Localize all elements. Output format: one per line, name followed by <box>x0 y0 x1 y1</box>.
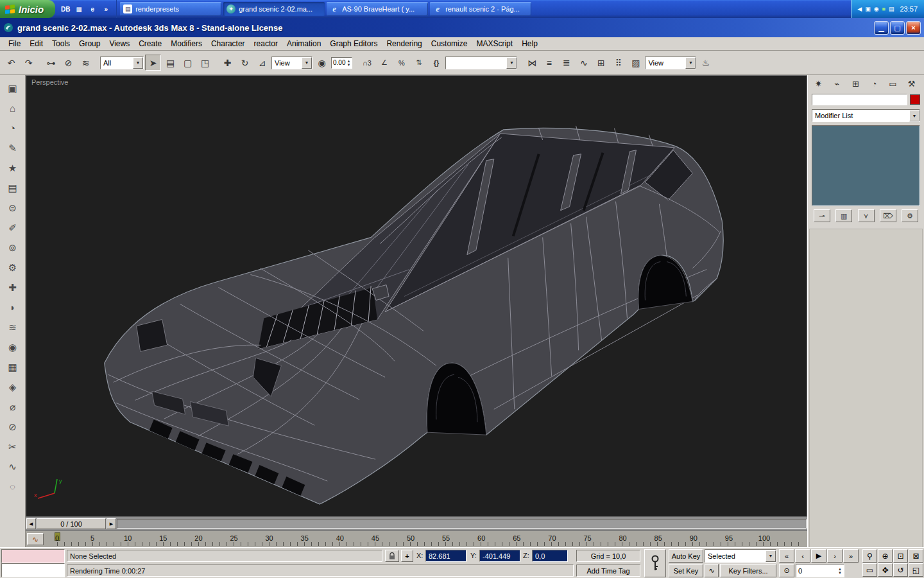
left-tool-icon-07[interactable]: ⊜ <box>4 200 22 216</box>
object-color-swatch[interactable] <box>910 94 920 105</box>
unlink-selection-button[interactable]: ⊘ <box>60 55 76 71</box>
edit-named-selection-sets-button[interactable]: {} <box>428 55 444 71</box>
perspective-viewport[interactable]: Perspective <box>26 75 807 517</box>
tray-display-icon[interactable]: ▣ <box>865 6 871 12</box>
left-tool-icon-09[interactable]: ⊚ <box>4 240 22 256</box>
time-slider-track[interactable] <box>117 519 807 529</box>
minimize-button[interactable]: ▁ <box>874 21 889 35</box>
modifier-stack-list[interactable] <box>812 125 920 206</box>
chevron-down-icon[interactable] <box>506 57 517 69</box>
chevron-down-icon[interactable] <box>909 110 920 121</box>
remove-modifier-button[interactable]: ⌦ <box>880 209 896 222</box>
region-zoom-button[interactable]: ▭ <box>862 563 877 577</box>
menu-item[interactable]: Rendering <box>382 38 426 49</box>
left-tool-icon-10[interactable]: ⚙ <box>4 259 22 276</box>
configure-modifier-sets-button[interactable]: ⚙ <box>902 209 918 222</box>
go-to-end-button[interactable]: » <box>843 549 859 563</box>
auto-key-button[interactable]: Auto Key <box>669 549 703 563</box>
open-mini-curve-editor-button[interactable]: ∿ <box>27 533 44 545</box>
tab-motion[interactable]: ◔ <box>866 76 883 91</box>
left-tool-icon-04[interactable]: ✎ <box>4 140 22 156</box>
tab-hierarchy[interactable]: ⊞ <box>847 76 864 91</box>
track-ruler[interactable]: ∿ 05101520253035404550556065707580859095… <box>26 530 807 547</box>
go-to-start-button[interactable]: « <box>779 549 794 563</box>
zoom-all-button[interactable]: ⊕ <box>878 549 893 563</box>
left-tool-icon-19[interactable]: ✂ <box>4 439 22 455</box>
tray-antivirus-icon[interactable]: ■ <box>882 6 886 12</box>
current-frame-field[interactable]: 0 <box>796 564 844 577</box>
tab-display[interactable]: ▭ <box>884 76 902 91</box>
left-tool-icon-06[interactable]: ▤ <box>4 180 22 196</box>
chevron-down-icon[interactable] <box>302 57 312 69</box>
tray-update-icon[interactable]: ◉ <box>874 6 879 12</box>
key-mode-toggle-button[interactable]: ⊙ <box>779 564 794 577</box>
chevron-down-icon[interactable] <box>766 550 776 562</box>
tray-collapse-icon[interactable]: ◀ <box>857 6 862 12</box>
y-coordinate-field[interactable]: -401.449 <box>479 550 520 562</box>
next-frame-arrow[interactable] <box>107 518 116 529</box>
show-end-result-button[interactable]: ▥ <box>835 209 852 222</box>
quicklaunch-overflow-chevron[interactable]: » <box>100 3 112 15</box>
quick-render-button[interactable]: ♨ <box>697 55 714 71</box>
min-max-toggle-button[interactable]: ◱ <box>909 563 923 577</box>
select-by-name-button[interactable]: ▤ <box>162 55 178 71</box>
left-tool-icon-02[interactable]: ⌂ <box>4 100 22 116</box>
menu-item[interactable]: Edit <box>25 38 47 49</box>
menu-item[interactable]: Animation <box>282 38 325 49</box>
selection-lock-toggle[interactable] <box>385 550 399 562</box>
previous-frame-arrow[interactable] <box>26 518 36 529</box>
play-animation-button[interactable]: ▶ <box>811 549 826 563</box>
zoom-button[interactable]: ⚲ <box>862 549 877 563</box>
maxscript-mini-listener[interactable] <box>1 549 65 577</box>
key-filter-curve-button[interactable]: ∿ <box>705 564 719 577</box>
taskbar-window-button[interactable]: e renault scenic 2 - Pág... <box>430 2 531 16</box>
select-and-link-button[interactable]: ⊶ <box>43 55 59 71</box>
tray-network-icon[interactable]: ▤ <box>889 6 894 12</box>
undo-button[interactable]: ↶ <box>3 55 19 71</box>
left-tool-icon-08[interactable]: ✐ <box>4 220 22 236</box>
select-and-scale-button[interactable]: ⊿ <box>254 55 270 71</box>
layer-manager-button[interactable]: ≣ <box>558 55 574 71</box>
tab-create[interactable]: ✷ <box>810 76 827 91</box>
menu-item[interactable]: Group <box>74 38 105 49</box>
menu-item[interactable]: Character <box>207 38 250 49</box>
menu-item[interactable]: Help <box>517 38 542 49</box>
left-tool-icon-16[interactable]: ◈ <box>4 379 22 395</box>
render-type-combo[interactable]: View <box>645 57 696 69</box>
curve-editor-button[interactable]: ∿ <box>576 55 592 71</box>
modifier-list-combo[interactable]: Modifier List <box>812 109 920 122</box>
left-tool-icon-21[interactable]: ◌ <box>4 478 22 495</box>
left-tool-icon-13[interactable]: ≋ <box>4 319 22 335</box>
chevron-down-icon[interactable] <box>685 57 696 69</box>
tab-utilities[interactable]: ⚒ <box>903 76 920 91</box>
named-selection-combo[interactable] <box>445 57 517 69</box>
spinner-snap-toggle-button[interactable]: ⇅ <box>411 55 427 71</box>
left-tool-icon-18[interactable]: ⊘ <box>4 419 22 435</box>
pan-view-button[interactable]: ✥ <box>878 563 893 577</box>
redo-button[interactable]: ↷ <box>21 55 37 71</box>
selection-filter-combo[interactable]: All <box>100 57 144 69</box>
left-tool-icon-01[interactable]: ▣ <box>4 80 22 96</box>
align-button[interactable]: ≡ <box>541 55 557 71</box>
zoom-extents-all-button[interactable]: ⊠ <box>909 549 923 563</box>
taskbar-window-button[interactable]: ▤ renderpresets <box>120 2 221 16</box>
z-coordinate-field[interactable]: 0,0 <box>532 550 568 562</box>
arc-rotate-button[interactable]: ↺ <box>893 563 908 577</box>
taskbar-window-button[interactable]: ✦ grand scenic 2-02.ma... <box>223 2 325 16</box>
menu-item[interactable]: Graph Editors <box>325 38 382 49</box>
toolbar-spinner[interactable]: 0.00 <box>331 57 352 69</box>
viewport-label[interactable]: Perspective <box>31 78 68 86</box>
left-tool-icon-11[interactable]: ✚ <box>4 279 22 295</box>
listener-script-pane[interactable] <box>1 563 65 577</box>
object-name-field[interactable] <box>812 94 907 105</box>
percent-snap-toggle-button[interactable]: % <box>393 55 409 71</box>
menu-item[interactable]: Create <box>134 38 166 49</box>
tab-modify[interactable]: ⌁ <box>828 76 846 91</box>
listener-macro-pane[interactable] <box>1 549 65 563</box>
select-and-move-button[interactable]: ✚ <box>219 55 235 71</box>
restore-button[interactable]: ▢ <box>890 21 905 35</box>
angle-snap-toggle-button[interactable]: ∠ <box>376 55 392 71</box>
spinner-arrows-icon[interactable] <box>346 59 350 67</box>
menu-item[interactable]: Views <box>105 38 134 49</box>
set-key-button[interactable]: Set Key <box>669 564 703 577</box>
